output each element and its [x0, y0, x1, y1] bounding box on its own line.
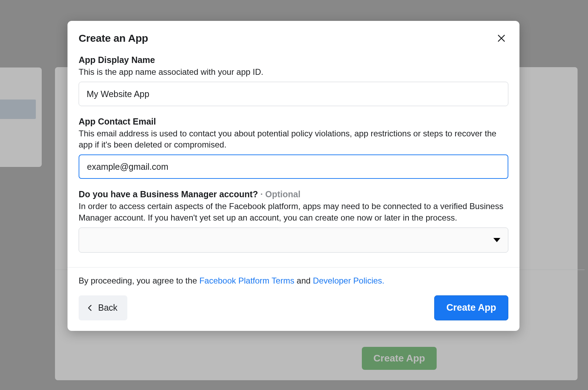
developer-policies-link[interactable]: Developer Policies.	[313, 276, 384, 285]
close-icon	[497, 34, 506, 43]
chevron-left-icon	[86, 304, 94, 312]
agreement-text: By proceeding, you agree to the Facebook…	[79, 276, 508, 286]
business-manager-label-text: Do you have a Business Manager account?	[79, 189, 258, 199]
back-button-label: Back	[98, 303, 118, 313]
contact-email-label: App Contact Email	[79, 117, 508, 127]
business-manager-label: Do you have a Business Manager account? …	[79, 189, 508, 199]
contact-email-description: This email address is used to contact yo…	[79, 128, 508, 150]
dialog-footer: By proceeding, you agree to the Facebook…	[67, 267, 519, 331]
section-display-name: App Display Name This is the app name as…	[79, 55, 508, 106]
business-manager-dropdown[interactable]	[79, 228, 508, 253]
business-manager-description: In order to access certain aspects of th…	[79, 201, 508, 223]
close-button[interactable]	[494, 31, 508, 45]
business-manager-optional-tag: · Optional	[258, 189, 300, 199]
dialog-body: Create an App App Display Name This is t…	[67, 21, 519, 267]
dialog-title: Create an App	[79, 32, 148, 44]
agree-and: and	[294, 276, 313, 285]
agree-prefix: By proceeding, you agree to the	[79, 276, 199, 285]
create-app-dialog: Create an App App Display Name This is t…	[67, 21, 519, 331]
display-name-input[interactable]	[79, 82, 508, 106]
section-contact-email: App Contact Email This email address is …	[79, 117, 508, 179]
footer-actions: Back Create App	[79, 295, 508, 320]
create-app-button-label: Create App	[446, 302, 496, 313]
create-app-button[interactable]: Create App	[434, 295, 508, 320]
dialog-header: Create an App	[79, 31, 508, 45]
contact-email-input[interactable]	[79, 154, 508, 179]
display-name-label: App Display Name	[79, 55, 508, 65]
platform-terms-link[interactable]: Facebook Platform Terms	[199, 276, 294, 285]
back-button[interactable]: Back	[79, 295, 127, 320]
chevron-down-icon	[493, 238, 500, 242]
display-name-description: This is the app name associated with you…	[79, 66, 508, 78]
section-business-manager: Do you have a Business Manager account? …	[79, 189, 508, 252]
